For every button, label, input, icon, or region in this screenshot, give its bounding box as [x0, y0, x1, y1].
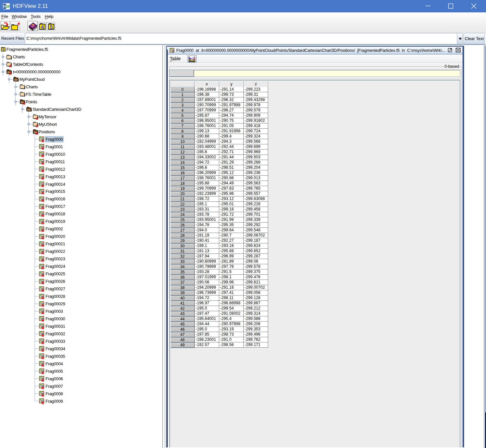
svg-text:4: 4 [41, 24, 44, 30]
svg-text:?: ? [31, 23, 34, 28]
svg-text:5: 5 [2, 48, 5, 51]
svg-text:5: 5 [50, 24, 53, 30]
svg-text:DF: DF [6, 5, 10, 8]
